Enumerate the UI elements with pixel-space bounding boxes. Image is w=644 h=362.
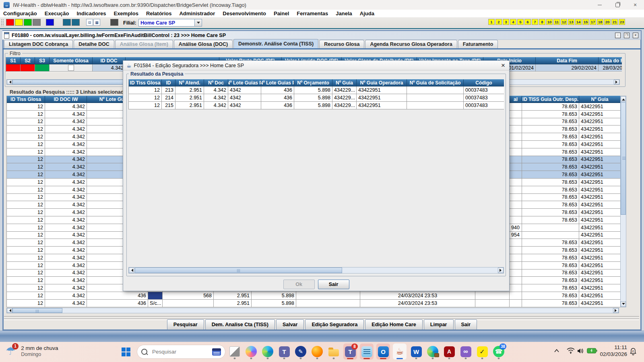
results-cell-guia[interactable]: 43422951 [579, 292, 620, 300]
results-cell-id_doc[interactable]: 4.342 [45, 216, 87, 224]
results-cell-guia[interactable]: 43422951 [579, 232, 620, 239]
results-cell-outr[interactable] [522, 232, 579, 239]
visual-studio-icon[interactable]: ∞ [459, 343, 473, 360]
somente-glosa-checkbox[interactable] [68, 65, 74, 71]
menu-exemplos[interactable]: Exemplos [114, 10, 138, 16]
results-cell-guia[interactable]: 43422951 [579, 148, 620, 156]
scroll-up-icon[interactable] [621, 96, 626, 102]
filter-hscroll-thumb[interactable] [12, 80, 128, 84]
results-cell-al[interactable] [510, 171, 522, 179]
results-cell-id_doc[interactable]: 4.342 [45, 186, 87, 194]
wifi-icon[interactable] [567, 348, 575, 354]
results-cell-al[interactable] [510, 194, 522, 202]
results-cell-al[interactable] [510, 201, 522, 209]
results-cell-outr[interactable]: 78.653 [522, 133, 579, 141]
designer-icon[interactable]: ✎ [294, 343, 308, 360]
results-cell-id_tiss[interactable]: 12 [7, 156, 45, 164]
results-cell-id_doc[interactable]: 4.342 [45, 201, 87, 209]
toolbar-dark-button[interactable] [110, 19, 118, 26]
results-cell-id_tiss[interactable]: 12 [7, 224, 45, 232]
ok-button[interactable]: Ok [283, 280, 315, 289]
quick-button-1[interactable]: 1 [488, 19, 495, 25]
results-col-id_doc[interactable]: ID DOC IW [45, 96, 87, 103]
dialog-cell[interactable] [407, 102, 464, 109]
pesquisar-button[interactable]: Pesquisar [167, 319, 204, 330]
results-cell-outr[interactable]: 78.653 [522, 179, 579, 186]
results-cell-guia[interactable]: 43422951 [579, 141, 620, 148]
results-cell-outr[interactable]: 78.653 [522, 292, 579, 300]
dialog-col-n-atend[interactable]: Nº Atend. [175, 79, 204, 86]
results-cell-outr[interactable]: 78.653 [522, 148, 579, 156]
results-cell-c2951[interactable]: 2.951 [214, 300, 252, 307]
results-cell-guia[interactable]: 43422951 [579, 156, 620, 164]
results-cell-id_doc[interactable]: 4.342 [45, 179, 87, 186]
results-cell-guia[interactable]: 43422951 [579, 133, 620, 141]
results-cell-outr[interactable]: 78.653 [522, 277, 579, 284]
child-titlebar[interactable]: F01880 - com.iw.visualLayer.billing.IwFo… [2, 31, 641, 40]
results-cell-al[interactable]: 954 [510, 232, 522, 239]
results-cell-id_doc[interactable]: 4.342 [45, 103, 87, 111]
results-cell-id_tiss[interactable]: 12 [7, 186, 45, 194]
results-cell-guia[interactable]: 43422951 [579, 254, 620, 262]
tab-faturamento[interactable]: Faturamento [458, 40, 498, 48]
weather-widget[interactable]: ☂1 2 mm de chuva Domingo [6, 343, 58, 359]
scroll-left-icon[interactable] [129, 267, 134, 273]
results-cell-id_tiss[interactable]: 12 [7, 201, 45, 209]
results-cell-al[interactable] [510, 292, 522, 300]
results-cell-id_doc[interactable]: 4.342 [45, 300, 87, 307]
dialog-cell[interactable]: 215 [162, 102, 175, 109]
dialog-cell[interactable]: 2.951 [175, 94, 204, 102]
results-cell-id_doc[interactable]: 4.342 [45, 239, 87, 247]
dialog-titlebar[interactable]: ☕ F01584 - Edição Seguradora >>> Home Ca… [123, 61, 509, 70]
menu-ferramentas[interactable]: Ferramentas [297, 10, 328, 16]
results-cell-id_doc[interactable]: 4.342 [45, 262, 87, 269]
tab-demonstr-analise-conta-tiss[interactable]: Demonstr. Análise Conta (TISS) [233, 39, 318, 48]
dialog-hscroll-thumb[interactable] [135, 267, 342, 273]
results-cell-lote[interactable]: 436 [87, 292, 148, 300]
dialog-cell[interactable]: 12 [129, 86, 162, 94]
edicao-seguradora-button[interactable]: Edição Seguradora [305, 319, 364, 330]
results-cell-guia[interactable]: 43422951 [579, 224, 620, 232]
quick-button-23[interactable]: 23 [619, 19, 625, 25]
toolbar-blue-button[interactable] [46, 19, 54, 26]
results-cell-c5898[interactable]: 5.898 [252, 292, 296, 300]
results-cell-al[interactable] [510, 125, 522, 133]
filial-dropdown[interactable]: Home Care SP [138, 19, 202, 27]
results-cell-al[interactable] [510, 254, 522, 262]
results-cell-id_doc[interactable]: 4.342 [45, 269, 87, 277]
results-cell-outr[interactable]: 78.653 [522, 300, 579, 307]
dialog-col-n-guia-de-solicitacao[interactable]: Nº Guia de Solicitação [407, 79, 464, 86]
results-cell-al[interactable] [510, 103, 522, 111]
toolbar-teal-button[interactable] [63, 19, 71, 26]
results-cell-guia[interactable]: 43422951 [579, 194, 620, 202]
filter-col-iddoc[interactable]: ID DOC [93, 57, 126, 64]
results-cell-id_tiss[interactable]: 12 [7, 292, 45, 300]
results-cell-id_tiss[interactable]: 12 [7, 179, 45, 186]
results-cell-al[interactable] [510, 111, 522, 118]
results-cell-guia[interactable]: 43422951 [579, 118, 620, 126]
results-cell-outr[interactable]: 78.653 [522, 171, 579, 179]
dialog-cell[interactable]: 4.342 [204, 102, 228, 109]
results-col-id_tiss[interactable]: ID Tiss Glosa [7, 96, 45, 103]
results-cell-al[interactable] [510, 277, 522, 284]
results-cell-guia[interactable]: 43422951 [579, 239, 620, 247]
dialog-cell[interactable]: 2.951 [175, 86, 204, 94]
quick-button-11[interactable]: 11 [553, 19, 560, 25]
dialog-cell[interactable]: 4342 [228, 94, 261, 102]
results-hscrollbar[interactable] [6, 308, 619, 313]
toolbar-gray-button[interactable] [33, 19, 41, 26]
results-cell-guia[interactable]: 43422951 [579, 247, 620, 254]
scroll-right-icon[interactable] [614, 80, 619, 84]
quick-button-13[interactable]: 13 [568, 19, 574, 25]
dialog-col-n-guia-operadora[interactable]: Nº Guia Operadora [357, 79, 407, 86]
results-cell-outr[interactable]: 78.653 [522, 284, 579, 292]
results-cell-id_doc[interactable]: 4.342 [45, 254, 87, 262]
filter-value-somente[interactable] [50, 64, 93, 72]
results-cell-id_tiss[interactable]: 12 [7, 171, 45, 179]
results-cell-al[interactable] [510, 284, 522, 292]
results-cell-outr[interactable]: 78.653 [522, 216, 579, 224]
menu-configuracao[interactable]: Configuração [3, 10, 37, 16]
dialog-col-n-guia[interactable]: Nº Guia [332, 79, 357, 86]
scroll-down-icon[interactable] [621, 301, 626, 307]
dialog-cell[interactable]: 12 [129, 94, 162, 102]
